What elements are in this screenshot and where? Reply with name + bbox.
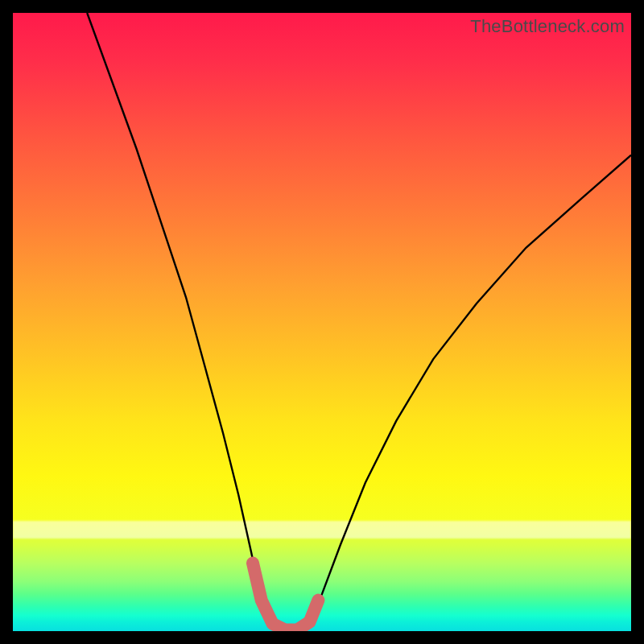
watermark-text: TheBottleneck.com — [470, 16, 625, 37]
curve-layer — [13, 13, 631, 631]
valley-highlight — [253, 564, 318, 630]
chart-stage: TheBottleneck.com — [0, 0, 644, 644]
plot-area — [13, 13, 631, 631]
bottleneck-curve — [87, 13, 631, 630]
